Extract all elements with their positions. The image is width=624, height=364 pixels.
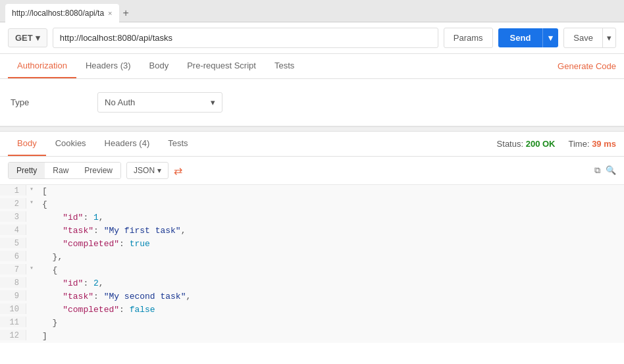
code-line-5: 5 "completed": true (0, 238, 624, 251)
body-toolbar: Pretty Raw Preview JSON ▾ ⇄ ⧉ 🔍 (0, 157, 624, 185)
code-area: 1 ▾ [ 2 ▾ { 3 "id": 1, 4 "task": "My fir… (0, 185, 624, 343)
time-label: Time: 39 ms (568, 139, 616, 149)
send-arrow-icon[interactable]: ▾ (542, 28, 558, 47)
tab-pre-request[interactable]: Pre-request Script (178, 54, 265, 78)
copy-icon[interactable]: ⧉ (594, 165, 600, 176)
section-divider (0, 126, 624, 132)
method-select[interactable]: GET ▾ (8, 28, 47, 47)
wrap-icon[interactable]: ⇄ (174, 165, 182, 177)
resp-tab-cookies[interactable]: Cookies (46, 132, 95, 156)
code-line-1: 1 ▾ [ (0, 185, 624, 198)
save-arrow-icon[interactable]: ▾ (602, 28, 615, 47)
request-tabs: Authorization Headers (3) Body Pre-reque… (0, 54, 624, 79)
auth-type-value: No Auth (105, 97, 135, 107)
send-label: Send (498, 28, 543, 47)
send-button[interactable]: Send ▾ (498, 28, 559, 47)
format-tabs: Pretty Raw Preview (8, 162, 121, 179)
json-chevron-icon: ▾ (157, 166, 161, 175)
browser-tab-bar: http://localhost:8080/api/ta × + (0, 0, 624, 22)
new-tab-button[interactable]: + (119, 7, 133, 19)
time-value: 39 ms (592, 139, 616, 149)
search-icon[interactable]: 🔍 (606, 165, 616, 176)
browser-tab[interactable]: http://localhost:8080/api/ta × (5, 4, 119, 22)
code-line-8: 8 "id": 2, (0, 277, 624, 290)
method-chevron-icon: ▾ (36, 33, 40, 43)
response-status: Status: 200 OK Time: 39 ms (497, 132, 616, 155)
code-line-11: 11 } (0, 317, 624, 330)
code-line-10: 10 "completed": false (0, 303, 624, 317)
auth-type-label: Type (11, 97, 90, 107)
resp-tab-headers[interactable]: Headers (4) (95, 132, 159, 156)
format-preview[interactable]: Preview (76, 163, 120, 178)
auth-chevron-icon: ▾ (211, 97, 215, 107)
tab-authorization[interactable]: Authorization (8, 54, 76, 78)
status-value: 200 OK (526, 139, 556, 149)
code-line-7: 7 ▾ { (0, 264, 624, 277)
json-format-select[interactable]: JSON ▾ (126, 162, 169, 179)
auth-type-select[interactable]: No Auth ▾ (97, 92, 222, 113)
auth-section: Type No Auth ▾ (0, 79, 624, 126)
toolbar-right: ⧉ 🔍 (594, 165, 616, 176)
generate-code-link[interactable]: Generate Code (558, 55, 616, 78)
auth-row: Type No Auth ▾ (11, 92, 613, 113)
code-line-3: 3 "id": 1, (0, 211, 624, 224)
resp-tab-tests[interactable]: Tests (159, 132, 197, 156)
url-input[interactable] (53, 28, 438, 48)
method-label: GET (15, 33, 33, 43)
response-tabs: Body Cookies Headers (4) Tests (8, 132, 197, 156)
params-button[interactable]: Params (444, 28, 493, 48)
response-header: Body Cookies Headers (4) Tests Status: 2… (0, 132, 624, 157)
url-bar: GET ▾ Params Send ▾ Save ▾ (0, 22, 624, 54)
tab-tests[interactable]: Tests (265, 54, 303, 78)
code-line-12: 12 ] (0, 330, 624, 343)
resp-tab-body[interactable]: Body (8, 132, 46, 156)
tab-body[interactable]: Body (140, 54, 178, 78)
code-line-2: 2 ▾ { (0, 198, 624, 211)
code-line-4: 4 "task": "My first task", (0, 224, 624, 238)
save-button[interactable]: Save ▾ (563, 28, 616, 48)
tab-close-icon[interactable]: × (108, 9, 112, 17)
status-label: Status: 200 OK (497, 139, 556, 149)
tab-headers[interactable]: Headers (3) (76, 54, 140, 78)
tab-url-label: http://localhost:8080/api/ta (12, 9, 104, 18)
json-format-label: JSON (134, 166, 155, 175)
format-raw[interactable]: Raw (45, 163, 76, 178)
format-pretty[interactable]: Pretty (9, 163, 45, 178)
save-label: Save (564, 28, 602, 47)
code-line-6: 6 }, (0, 251, 624, 264)
code-line-9: 9 "task": "My second task", (0, 290, 624, 303)
